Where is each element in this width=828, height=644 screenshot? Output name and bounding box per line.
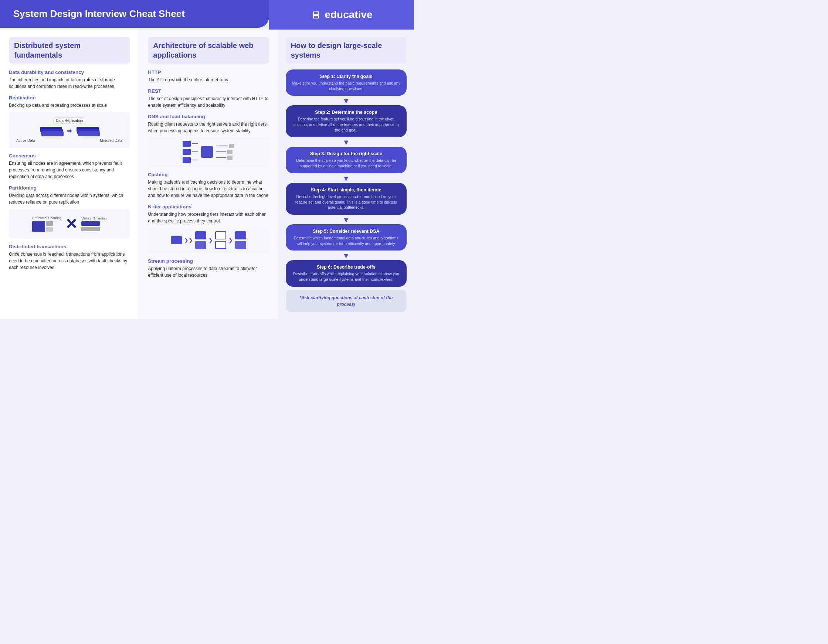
header-banner: System Design Interview Cheat Sheet bbox=[0, 0, 269, 28]
replication-arrow: ➡ bbox=[67, 127, 72, 135]
topic-distributed-tx-title: Distributed transactions bbox=[9, 244, 130, 249]
topic-replication-title: Replication bbox=[9, 95, 130, 100]
topic-caching-body: Making tradeoffs and caching decisions t… bbox=[148, 179, 269, 199]
step-5-body: Determine which fundamental data structu… bbox=[292, 235, 401, 246]
server-icon-3 bbox=[227, 155, 232, 160]
step-arrow-1: ▼ bbox=[286, 97, 406, 105]
dns-client-list bbox=[183, 141, 198, 163]
topic-stream-body: Applying uniform processes to data strea… bbox=[148, 265, 269, 279]
terminal-icon: 🖥 bbox=[310, 9, 321, 21]
server-line-bar-3 bbox=[216, 157, 226, 158]
step-6-body: Describe trade-offs while explaining you… bbox=[292, 271, 401, 282]
col-architecture: Architecture of scalable web application… bbox=[139, 30, 278, 319]
clarify-note: *Ask clarifying questions at each step o… bbox=[286, 290, 406, 312]
client-arrow-line bbox=[192, 143, 198, 144]
col1-heading: Distributed system fundamentals bbox=[9, 37, 130, 64]
step-4-title: Step 4: Start simple, then iterate bbox=[292, 187, 401, 193]
server-line-bar bbox=[218, 146, 228, 146]
client-monitor-icon-2 bbox=[183, 149, 191, 155]
step-3-box: Step 3: Design for the right scale Deter… bbox=[286, 147, 406, 173]
step-1-box: Step 1: Clarify the goals Make sure you … bbox=[286, 69, 406, 96]
topic-consensus-body: Ensuring all nodes are in agreement, whi… bbox=[9, 160, 130, 180]
dns-client-1 bbox=[183, 141, 198, 147]
server-line-3 bbox=[216, 155, 234, 160]
server-icon-2 bbox=[227, 150, 232, 154]
topic-caching-title: Caching bbox=[148, 172, 269, 177]
horizontal-sharding-label: Horizontal Sharding bbox=[32, 216, 61, 220]
step-1-title: Step 1: Clarify the goals bbox=[292, 74, 401, 79]
topic-ntier-title: N-tier applications bbox=[148, 204, 269, 210]
logo-text: educative bbox=[325, 9, 372, 21]
client-monitor-icon-3 bbox=[183, 157, 191, 163]
server-line-1 bbox=[216, 144, 234, 148]
topic-consensus-title: Consensus bbox=[9, 153, 130, 158]
server-line-bar-2 bbox=[216, 152, 226, 152]
col-distributed: Distributed system fundamentals Data dur… bbox=[0, 30, 139, 319]
server-line-2 bbox=[216, 150, 234, 154]
sharding-diagram: Horizontal Sharding ✕ Vertical Sharding bbox=[9, 209, 130, 239]
col3-heading: How to design large-scale systems bbox=[286, 37, 406, 64]
step-5-box: Step 5: Consider relevant DSA Determine … bbox=[286, 224, 406, 251]
topic-stream-title: Stream processing bbox=[148, 258, 269, 264]
client-monitor-icon bbox=[183, 141, 191, 147]
topic-http-body: The API on which the entire internet run… bbox=[148, 77, 269, 83]
active-data-label: Active Data bbox=[16, 139, 35, 143]
topic-distributed-tx-body: Once consensus is reached, transactions … bbox=[9, 251, 130, 271]
step-arrow-5: ▼ bbox=[286, 252, 406, 259]
step-6-title: Step 6: Describe trade-offs bbox=[292, 265, 401, 270]
topic-rest-body: The set of design principles that direct… bbox=[148, 95, 269, 109]
topic-partitioning-title: Partitioning bbox=[9, 185, 130, 191]
dns-diagram bbox=[148, 137, 269, 167]
topic-partitioning-body: Dividing data across different nodes wit… bbox=[9, 192, 130, 205]
mirrored-data-label: Mirrored Data bbox=[100, 139, 122, 143]
server-lines bbox=[216, 144, 234, 160]
topic-replication-body: Backing up data and repeating processes … bbox=[9, 102, 130, 109]
topic-data-durability-body: The differences and impacts of failure r… bbox=[9, 77, 130, 90]
load-balancer-box bbox=[201, 146, 213, 158]
vertical-sharding-label: Vertical Sharding bbox=[81, 216, 107, 220]
data-replication-diagram: Data Replication ➡ Active Data Mirr bbox=[9, 112, 130, 148]
step-4-body: Describe the high-level process end-to-e… bbox=[292, 194, 401, 210]
step-1-body: Make sure you understand the basic requi… bbox=[292, 80, 401, 91]
replication-row: ➡ bbox=[38, 125, 100, 136]
dns-client-3 bbox=[183, 157, 198, 163]
step-arrow-2: ▼ bbox=[286, 139, 406, 146]
step-2-box: Step 2: Determine the scope Describe the… bbox=[286, 105, 406, 137]
step-4-box: Step 4: Start simple, then iterate Descr… bbox=[286, 183, 406, 215]
ntier-diagram: ❯❯ ❯ ❯ bbox=[148, 227, 269, 253]
col-design: How to design large-scale systems Step 1… bbox=[278, 30, 414, 319]
step-3-title: Step 3: Design for the right scale bbox=[292, 151, 401, 156]
topic-dns-title: DNS and load balancing bbox=[148, 114, 269, 119]
topic-http-title: HTTP bbox=[148, 69, 269, 75]
client-arrow-line-3 bbox=[192, 160, 198, 160]
topic-data-durability-title: Data durability and consistency bbox=[9, 69, 130, 75]
topic-dns-body: Routing client requests to the right ser… bbox=[148, 121, 269, 134]
server-icon bbox=[229, 144, 234, 148]
topic-ntier-body: Understanding how processing tiers inter… bbox=[148, 211, 269, 224]
main-content: Distributed system fundamentals Data dur… bbox=[0, 30, 414, 319]
client-arrow-line-2 bbox=[192, 152, 198, 152]
header-title: System Design Interview Cheat Sheet bbox=[13, 8, 185, 20]
diagram-labels: Active Data Mirrored Data bbox=[13, 139, 126, 143]
step-arrow-4: ▼ bbox=[286, 216, 406, 224]
step-2-body: Describe the feature set you'll be discu… bbox=[292, 116, 401, 133]
step-2-title: Step 2: Determine the scope bbox=[292, 110, 401, 115]
step-arrow-3: ▼ bbox=[286, 175, 406, 182]
step-5-title: Step 5: Consider relevant DSA bbox=[292, 229, 401, 234]
dns-client-2 bbox=[183, 149, 198, 155]
diagram-label: Data Replication bbox=[53, 118, 85, 124]
topic-rest-title: REST bbox=[148, 88, 269, 94]
logo-area: 🖥 educative bbox=[269, 0, 414, 30]
col2-heading: Architecture of scalable web application… bbox=[148, 37, 269, 64]
step-3-body: Determine the scale so you know whether … bbox=[292, 158, 401, 168]
clarify-text: *Ask clarifying questions at each step o… bbox=[300, 295, 392, 307]
step-6-box: Step 6: Describe trade-offs Describe tra… bbox=[286, 260, 406, 286]
